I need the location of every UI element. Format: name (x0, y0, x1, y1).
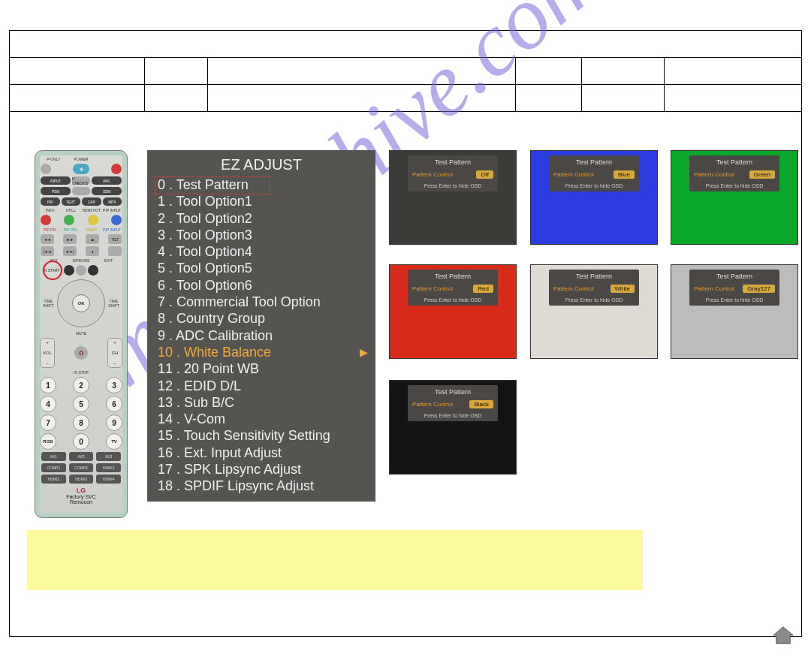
comp1-button[interactable]: COMP1 (41, 463, 66, 472)
ez-adjust-menu: EZ ADJUST 0 . Test Pattern1 . Tool Optio… (147, 150, 375, 502)
hdmi4-button[interactable]: HDMI4 (96, 475, 121, 484)
text-button[interactable]: TEXT (62, 197, 81, 206)
lbl: PIP INPUT (102, 228, 123, 232)
num-1[interactable]: 1 (40, 377, 56, 393)
pcheck-button[interactable]: P-CHECK/S (72, 176, 90, 185)
prev-button[interactable]: |◄◄ (41, 246, 54, 256)
input-button[interactable]: INPUT (41, 176, 71, 185)
hdmi3-button[interactable]: HDMI3 (69, 475, 94, 484)
num-4[interactable]: 4 (40, 396, 56, 412)
osd-hint: Press Enter to hide OSD (553, 297, 635, 303)
p-only-label: P-ONLY (40, 157, 68, 161)
rgb-button[interactable]: RGB (40, 433, 56, 450)
tv-button[interactable]: TV (106, 433, 122, 450)
ez-item-17[interactable]: 17 . SPK Lipsync Adjust (158, 461, 365, 478)
cap-button[interactable]: CAP (82, 197, 101, 206)
num-9[interactable]: 9 (106, 414, 122, 431)
ez-item-12[interactable]: 12 . EDID D/L (158, 378, 365, 394)
psm-button[interactable]: PSM (41, 187, 71, 195)
ez-item-3[interactable]: 3 . Tool Option3 (158, 227, 365, 243)
ez-item-14[interactable]: 14 . V-Com (158, 411, 365, 427)
osd-badge: Gray127 (743, 285, 775, 293)
lbl: PIP PR- (40, 228, 61, 232)
ez-item-15[interactable]: 15 . Touch Sensitivity Setting (158, 427, 365, 444)
ez-item-1[interactable]: 1 . Tool Option1 (158, 193, 365, 209)
lg-logo: LG (40, 487, 122, 494)
hcell (516, 58, 582, 84)
ff-button[interactable]: ►► (63, 234, 77, 244)
ez-item-4[interactable]: 4 . Tool Option4 (158, 243, 365, 260)
lg-sub1: Factory SVC (40, 494, 122, 499)
ez-item-8[interactable]: 8 . Country Group (158, 310, 365, 327)
tv-thumb-white: Test PatternPattern ControlWhitePress En… (530, 264, 658, 359)
header-top (10, 31, 801, 58)
num-3[interactable]: 3 (106, 377, 122, 393)
ez-item-10[interactable]: 10 . White Balance▶ (158, 344, 365, 360)
mute-button[interactable]: 🔇 (74, 346, 88, 360)
osd-hint: Press Enter to hide OSD (694, 297, 775, 303)
ok-button[interactable]: OK (72, 294, 90, 312)
av1-button[interactable]: AV1 (41, 452, 66, 461)
color-green-button[interactable] (64, 215, 74, 225)
power-label: POWER (68, 157, 95, 161)
power-button[interactable]: ⏻ (73, 164, 89, 174)
num-6[interactable]: 6 (106, 396, 122, 412)
hcell (208, 58, 516, 84)
dpad[interactable]: OK (57, 279, 105, 327)
hdmi1-button[interactable]: HDMI1 (96, 463, 121, 472)
ez-item-11[interactable]: 11 . 20 Point WB (158, 360, 365, 377)
next-button[interactable]: ►►| (63, 246, 77, 256)
ez-item-0[interactable]: 0 . Test Pattern (158, 176, 365, 193)
timeshift-l: TIME SHIFT (40, 299, 57, 308)
num-5[interactable]: 5 (73, 396, 89, 412)
ez-item-7[interactable]: 7 . Commercial Tool Option (158, 294, 365, 310)
num-7[interactable]: 7 (40, 414, 56, 431)
ez-item-5[interactable]: 5 . Tool Option5 (158, 260, 365, 276)
av2-button[interactable]: AV2 (69, 452, 94, 461)
tv-thumb-off: Test PatternPattern ControlOffPress Ente… (389, 150, 517, 245)
color-blue-button[interactable] (111, 215, 122, 225)
spmode-button[interactable] (76, 265, 86, 276)
ez-title: EZ ADJUST (158, 156, 365, 173)
ez-item-6[interactable]: 6 . Tool Option6 (158, 277, 365, 294)
osd-title: Test Pattern (694, 158, 775, 166)
ez-item-9[interactable]: 9 . ADC Calibration (158, 327, 365, 344)
eye-button[interactable] (111, 164, 122, 174)
hcell (665, 58, 801, 84)
ez-item-16[interactable]: 16 . Ext. Input Adjust (158, 444, 365, 461)
osd-pattern-label: Pattern Control (412, 171, 453, 178)
stop-button[interactable]: ■ (86, 234, 99, 244)
comp2-button[interactable]: COMP2 (69, 463, 94, 472)
num-2[interactable]: 2 (73, 377, 89, 393)
ez-item-2[interactable]: 2 . Tool Option2 (158, 210, 365, 227)
rec-button[interactable]: ● (86, 246, 99, 256)
color-red-button[interactable] (41, 215, 51, 225)
aux-button[interactable] (108, 246, 122, 256)
num-8[interactable]: 8 (73, 414, 89, 431)
arc-button[interactable]: ARC (92, 176, 122, 185)
av3-button[interactable]: AV3 (96, 452, 121, 461)
exit-button[interactable] (88, 265, 98, 276)
ez-item-18[interactable]: 18 . SPDIF Lipsync Adjust (158, 478, 365, 494)
ez-item-13[interactable]: 13 . Sub B/C (158, 394, 365, 411)
hcell (665, 85, 801, 111)
ch-rocker[interactable]: +CH− (107, 338, 122, 368)
header-grid-row2 (10, 85, 801, 112)
mpx-button[interactable]: MPX (103, 197, 122, 206)
hdmi2-button[interactable]: HDMI2 (41, 475, 66, 484)
ssm-button[interactable]: SSM (92, 187, 122, 195)
home-icon[interactable] (772, 625, 794, 645)
tilt-button[interactable]: TILT (108, 234, 122, 244)
ponly-button[interactable] (41, 164, 51, 174)
osd-badge: Red (473, 285, 493, 293)
num-0[interactable]: 0 (73, 433, 89, 450)
instop-label: IN STOP (40, 370, 122, 375)
svg-marker-0 (773, 627, 793, 643)
vol-rocker[interactable]: +VOL− (40, 338, 55, 368)
adj-highlight-circle (43, 261, 62, 280)
color-yellow-button[interactable] (88, 215, 98, 225)
mid-button[interactable] (72, 187, 90, 195)
pip-button[interactable]: PIP (41, 197, 60, 206)
rew-button[interactable]: ◄◄ (41, 234, 54, 244)
adj-button[interactable] (64, 265, 74, 276)
